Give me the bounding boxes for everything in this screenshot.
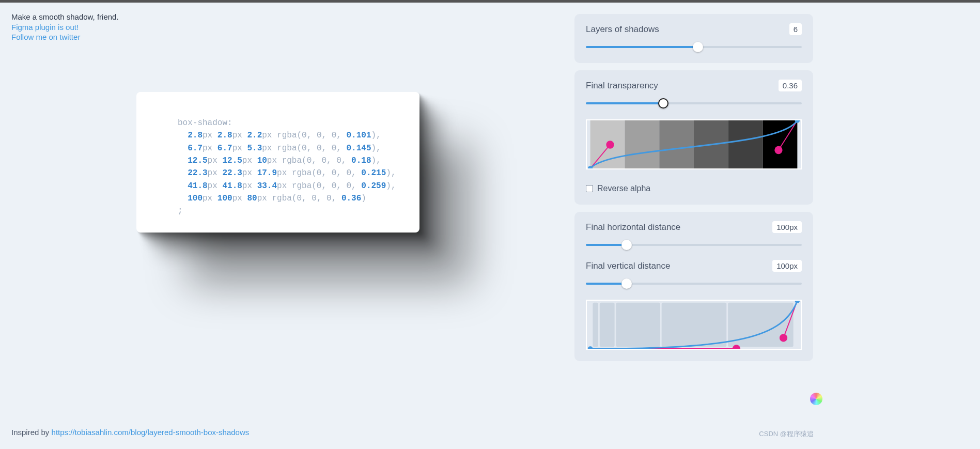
svg-point-20 <box>795 301 800 303</box>
svg-point-22 <box>780 334 787 342</box>
distance-curve[interactable] <box>586 300 802 350</box>
svg-rect-4 <box>728 120 763 168</box>
svg-rect-14 <box>616 303 660 347</box>
svg-rect-5 <box>763 120 798 168</box>
distance-panel: Final horizontal distance 100px Final ve… <box>574 212 813 361</box>
css-code[interactable]: box-shadow: 2.8px 2.8px 2.2px rgba(0, 0,… <box>178 117 400 218</box>
page-title: Make a smooth shadow, friend. <box>11 12 119 22</box>
vdist-value: 100px <box>772 260 802 272</box>
footer-link[interactable]: https://tobiasahlin.com/blog/layered-smo… <box>52 428 250 437</box>
transparency-panel: Final transparency 0.36 Reverse alpha <box>574 70 813 205</box>
transparency-value: 0.36 <box>779 80 802 91</box>
alpha-curve[interactable] <box>586 119 802 169</box>
svg-rect-12 <box>593 303 598 347</box>
svg-rect-2 <box>659 120 694 168</box>
layers-value: 6 <box>789 23 802 35</box>
vdist-slider[interactable] <box>586 279 802 288</box>
svg-rect-1 <box>625 120 659 168</box>
reverse-alpha-label: Reverse alpha <box>597 184 650 193</box>
top-border <box>0 0 980 3</box>
transparency-slider[interactable] <box>586 99 802 108</box>
svg-point-19 <box>588 346 593 349</box>
watermark: CSDN @程序猿追 <box>759 429 814 439</box>
header: Make a smooth shadow, friend. Figma plug… <box>11 12 119 42</box>
svg-point-10 <box>606 141 614 148</box>
color-picker-icon[interactable] <box>810 393 822 405</box>
hdist-label: Final horizontal distance <box>586 222 680 233</box>
shadow-preview-card: box-shadow: 2.8px 2.8px 2.2px rgba(0, 0,… <box>136 92 419 233</box>
layers-label: Layers of shadows <box>586 24 659 35</box>
layers-panel: Layers of shadows 6 <box>574 14 813 63</box>
svg-rect-13 <box>600 303 615 347</box>
hdist-slider[interactable] <box>586 240 802 250</box>
footer-prefix: Inspired by <box>11 428 52 437</box>
hdist-value: 100px <box>772 221 802 233</box>
layers-slider[interactable] <box>586 42 802 52</box>
transparency-label: Final transparency <box>586 81 658 91</box>
vdist-label: Final vertical distance <box>586 261 670 271</box>
svg-rect-15 <box>662 303 727 347</box>
svg-point-11 <box>774 146 782 154</box>
figma-plugin-link[interactable]: Figma plugin is out! <box>11 22 119 33</box>
controls-sidebar: Layers of shadows 6 Final transparency 0… <box>574 14 813 361</box>
twitter-link[interactable]: Follow me on twitter <box>11 32 119 42</box>
footer: Inspired by https://tobiasahlin.com/blog… <box>11 428 249 437</box>
reverse-alpha-checkbox[interactable] <box>586 185 593 192</box>
reverse-alpha-row[interactable]: Reverse alpha <box>586 184 802 193</box>
